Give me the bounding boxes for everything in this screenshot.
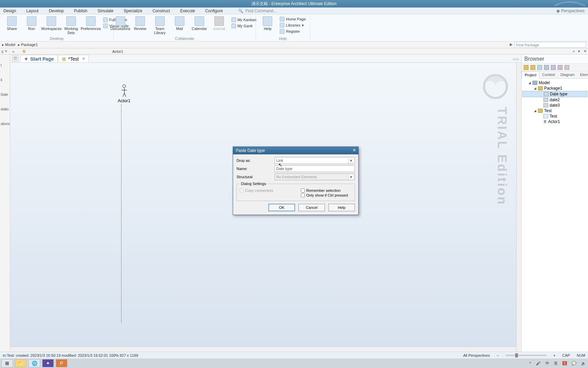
review-button[interactable]: Review [131, 16, 149, 31]
workspaces-button[interactable]: Workspaces [43, 16, 60, 31]
tree-expander-icon[interactable]: ◢ [533, 109, 537, 112]
tab-start-page[interactable]: ✦ Start Page [20, 55, 58, 62]
working-sets-button[interactable]: Working Sets [62, 16, 80, 35]
discussions-button[interactable]: Discussions [112, 16, 129, 31]
hierarchy-icon[interactable]: ⊞ [22, 49, 26, 53]
zoom-out-icon[interactable]: − [496, 353, 499, 357]
panel-collapse-icon[interactable]: « [573, 49, 575, 53]
ok-button[interactable]: OK [268, 204, 295, 211]
find-package-input[interactable]: Find Package [514, 42, 586, 48]
tray-ime-en[interactable]: 英 [554, 361, 558, 366]
actor-element[interactable]: Actor1 [118, 85, 131, 103]
tab-next-icon[interactable]: ▷ [517, 57, 519, 61]
tree-node-actor1[interactable]: 옷Actor1 [522, 119, 587, 124]
tree-node-test-diagram[interactable]: Test [522, 113, 587, 119]
zoom-slider[interactable] [506, 355, 546, 356]
menu-configure[interactable]: Configure [205, 9, 223, 13]
tray-mic-icon[interactable]: 🎤 [536, 361, 541, 366]
browser-tool-icon[interactable] [558, 65, 562, 70]
toolbox-item[interactable]: elatio [0, 102, 10, 117]
breadcrumb-package[interactable]: ▸ Package1 [18, 43, 38, 47]
preferences-button[interactable]: Preferences [82, 16, 100, 31]
zoom-knob[interactable] [515, 353, 518, 357]
tree-node-date2[interactable]: date2 [522, 97, 587, 103]
design-button[interactable]: Design [0, 16, 1, 31]
run-button[interactable]: Run [23, 16, 40, 31]
tray-ime-cn[interactable]: 中 [545, 361, 549, 366]
powerpoint-icon[interactable]: P [56, 359, 67, 367]
tree-node-model[interactable]: ◢Model [522, 80, 587, 86]
drop-as-dropdown[interactable]: Link [275, 157, 355, 164]
menu-design[interactable]: Design [3, 9, 16, 13]
team-library-button[interactable]: Team Library [151, 16, 169, 35]
tree-node-date-type[interactable]: Date type [522, 91, 587, 97]
hamburger-icon[interactable] [565, 65, 569, 70]
tray-chevron-up-icon[interactable]: ^ [529, 361, 531, 365]
share-button[interactable]: Share [3, 16, 21, 31]
actor-lifeline[interactable] [121, 104, 121, 322]
project-tree[interactable]: ◢Model ◢Package1 Date type date2 date3 ◢… [522, 79, 588, 352]
down-icon[interactable] [551, 65, 556, 70]
menu-simulate[interactable]: Simulate [98, 9, 114, 13]
ea-taskbar-icon[interactable]: ✦ [42, 359, 54, 367]
tree-expander-icon[interactable]: ◢ [533, 87, 537, 90]
toolbox-item[interactable]: t [0, 58, 10, 73]
register-button[interactable]: Register [278, 29, 307, 34]
start-button[interactable]: ⊞ [1, 359, 13, 367]
tray-app-icon[interactable]: S [562, 361, 567, 365]
tab-close-icon[interactable]: ✕ [81, 57, 85, 61]
tree-node-package1[interactable]: ◢Package1 [522, 86, 587, 91]
only-ctrl-box[interactable] [301, 193, 305, 197]
mail-button[interactable]: Mail [171, 16, 189, 31]
panel-close-icon[interactable]: ✕ [584, 49, 587, 53]
calendar-button[interactable]: Calendar [191, 16, 208, 31]
tree-expander-icon[interactable]: ◢ [528, 81, 531, 85]
journal-button[interactable]: Journal [210, 16, 228, 31]
cancel-button[interactable]: Cancel [298, 204, 325, 211]
panel-dropdown-icon[interactable]: ▾ [578, 49, 580, 53]
toolbox-item[interactable]: k [0, 73, 10, 87]
find-command[interactable]: 🔍 Find Command... [238, 9, 277, 13]
up-icon[interactable] [544, 65, 549, 70]
help-button[interactable]: Help [259, 16, 276, 31]
browser-tab-context[interactable]: Context [539, 71, 558, 78]
my-gantt-button[interactable]: My Gantt [230, 23, 258, 29]
sub-btn-collapse[interactable]: « [12, 49, 14, 53]
tray-volume-icon[interactable]: 🔉 [581, 361, 586, 366]
browser-tab-project[interactable]: Project [522, 71, 539, 79]
zoom-in-icon[interactable]: + [553, 353, 555, 357]
dialog-titlebar[interactable]: Paste Date type ✕ [233, 147, 358, 154]
scroll-up-icon[interactable] [517, 64, 521, 67]
remember-selection-box[interactable] [301, 188, 305, 193]
tree-node-test[interactable]: ◢Test [522, 108, 587, 113]
menu-specialize[interactable]: Specialize [124, 9, 142, 13]
remember-selection-checkbox[interactable]: Remember selection [301, 188, 352, 193]
browser-tab-element[interactable]: Eleme [577, 71, 588, 78]
dialog-close-icon[interactable]: ✕ [352, 148, 357, 153]
edge-browser-icon[interactable]: 🌐 [29, 359, 40, 367]
name-input[interactable]: Date type [275, 165, 355, 172]
menu-publish[interactable]: Publish [74, 9, 87, 13]
libraries-button[interactable]: Libraries ▾ [278, 22, 307, 28]
home-page-button[interactable]: Home Page [278, 16, 307, 22]
menu-execute[interactable]: Execute [180, 9, 195, 13]
menu-construct[interactable]: Construct [152, 9, 170, 13]
menu-layout[interactable]: Layout [26, 9, 38, 13]
status-perspectives[interactable]: All Perspectives [463, 353, 490, 357]
menu-develop[interactable]: Develop [49, 9, 64, 13]
toolbox-item[interactable]: Gate [0, 87, 10, 102]
my-kanban-button[interactable]: My Kanban [230, 17, 258, 22]
browser-tool-icon[interactable] [537, 65, 542, 70]
hamburger-icon[interactable] [12, 55, 18, 61]
tab-prev-icon[interactable]: ◁ [512, 57, 515, 61]
help-button[interactable]: Help [328, 204, 355, 211]
breadcrumb-root[interactable]: ▸ Model [2, 43, 15, 47]
only-ctrl-checkbox[interactable]: Only show if Ctrl pressed [301, 193, 352, 197]
toolbox-gutter[interactable]: t k Gate elatio ations [0, 55, 10, 352]
tab-test[interactable]: ⊞ *Test ✕ [58, 55, 89, 62]
toolbox-item[interactable]: ations [0, 117, 10, 131]
tree-node-date3[interactable]: date3 [522, 103, 587, 108]
sub-btn-1[interactable]: g ✕ [1, 49, 7, 53]
perspectives-button[interactable]: ◉ Perspectives [556, 9, 585, 13]
browser-tab-diagram[interactable]: Diagram [558, 71, 577, 78]
